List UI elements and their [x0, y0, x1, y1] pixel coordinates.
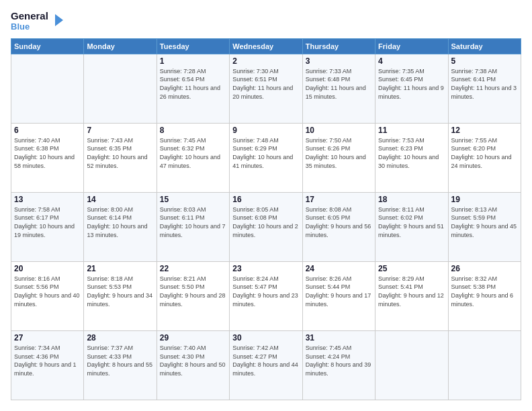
weekday-header-saturday: Saturday	[448, 38, 521, 54]
day-detail: Sunrise: 7:33 AM Sunset: 6:48 PM Dayligh…	[306, 67, 372, 101]
day-detail: Sunrise: 8:05 AM Sunset: 6:08 PM Dayligh…	[232, 205, 299, 239]
day-number: 30	[232, 333, 299, 342]
weekday-header-monday: Monday	[84, 38, 157, 54]
day-detail: Sunrise: 8:32 AM Sunset: 5:38 PM Dayligh…	[451, 275, 518, 308]
day-detail: Sunrise: 8:21 AM Sunset: 5:50 PM Dayligh…	[160, 275, 226, 308]
day-number: 28	[87, 333, 153, 342]
day-number: 9	[232, 126, 299, 135]
day-detail: Sunrise: 7:30 AM Sunset: 6:51 PM Dayligh…	[232, 67, 299, 101]
logo: General Blue	[11, 11, 64, 32]
day-detail: Sunrise: 7:35 AM Sunset: 6:45 PM Dayligh…	[378, 67, 445, 101]
logo-general: General	[11, 11, 48, 22]
day-detail: Sunrise: 8:08 AM Sunset: 6:05 PM Dayligh…	[306, 205, 372, 239]
week-row-3: 13Sunrise: 7:58 AM Sunset: 6:17 PM Dayli…	[11, 192, 521, 261]
day-detail: Sunrise: 7:45 AM Sunset: 4:24 PM Dayligh…	[306, 344, 372, 377]
day-cell: 12Sunrise: 7:55 AM Sunset: 6:20 PM Dayli…	[448, 123, 521, 192]
day-cell: 15Sunrise: 8:03 AM Sunset: 6:11 PM Dayli…	[157, 192, 229, 261]
day-detail: Sunrise: 8:16 AM Sunset: 5:56 PM Dayligh…	[14, 275, 81, 308]
day-number: 31	[306, 333, 372, 342]
day-number: 20	[14, 264, 81, 273]
day-number: 29	[160, 333, 226, 342]
day-cell: 10Sunrise: 7:50 AM Sunset: 6:26 PM Dayli…	[302, 123, 375, 192]
day-detail: Sunrise: 7:43 AM Sunset: 6:35 PM Dayligh…	[87, 136, 153, 170]
day-cell: 7Sunrise: 7:43 AM Sunset: 6:35 PM Daylig…	[84, 123, 157, 192]
week-row-1: 1Sunrise: 7:28 AM Sunset: 6:54 PM Daylig…	[11, 54, 521, 123]
day-number: 27	[14, 333, 81, 342]
day-number: 22	[160, 264, 226, 273]
weekday-header-thursday: Thursday	[302, 38, 375, 54]
day-cell: 5Sunrise: 7:38 AM Sunset: 6:41 PM Daylig…	[448, 54, 521, 123]
day-cell	[11, 54, 84, 123]
day-detail: Sunrise: 8:03 AM Sunset: 6:11 PM Dayligh…	[160, 205, 226, 239]
day-detail: Sunrise: 7:55 AM Sunset: 6:20 PM Dayligh…	[451, 136, 518, 170]
day-detail: Sunrise: 7:45 AM Sunset: 6:32 PM Dayligh…	[160, 136, 226, 170]
day-cell: 3Sunrise: 7:33 AM Sunset: 6:48 PM Daylig…	[302, 54, 375, 123]
day-detail: Sunrise: 7:40 AM Sunset: 6:38 PM Dayligh…	[14, 136, 81, 170]
day-number: 13	[14, 195, 81, 204]
day-cell: 14Sunrise: 8:00 AM Sunset: 6:14 PM Dayli…	[84, 192, 157, 261]
day-cell: 30Sunrise: 7:42 AM Sunset: 4:27 PM Dayli…	[230, 330, 302, 400]
day-detail: Sunrise: 8:26 AM Sunset: 5:44 PM Dayligh…	[306, 275, 372, 308]
day-cell: 8Sunrise: 7:45 AM Sunset: 6:32 PM Daylig…	[157, 123, 229, 192]
weekday-header-wednesday: Wednesday	[230, 38, 302, 54]
day-cell: 27Sunrise: 7:34 AM Sunset: 4:36 PM Dayli…	[11, 330, 84, 400]
day-detail: Sunrise: 8:11 AM Sunset: 6:02 PM Dayligh…	[378, 205, 445, 239]
day-detail: Sunrise: 8:29 AM Sunset: 5:41 PM Dayligh…	[378, 275, 445, 308]
day-number: 12	[451, 126, 518, 135]
calendar-table: SundayMondayTuesdayWednesdayThursdayFrid…	[11, 38, 521, 400]
weekday-header-friday: Friday	[375, 38, 448, 54]
weekday-header-sunday: Sunday	[11, 38, 84, 54]
day-cell: 17Sunrise: 8:08 AM Sunset: 6:05 PM Dayli…	[302, 192, 375, 261]
day-number: 7	[87, 126, 153, 135]
day-number: 4	[378, 56, 445, 66]
day-detail: Sunrise: 7:48 AM Sunset: 6:29 PM Dayligh…	[232, 136, 299, 170]
day-number: 5	[451, 56, 518, 66]
day-cell: 4Sunrise: 7:35 AM Sunset: 6:45 PM Daylig…	[375, 54, 448, 123]
day-detail: Sunrise: 7:34 AM Sunset: 4:36 PM Dayligh…	[14, 344, 81, 377]
day-cell: 6Sunrise: 7:40 AM Sunset: 6:38 PM Daylig…	[11, 123, 84, 192]
weekday-header-tuesday: Tuesday	[157, 38, 229, 54]
day-detail: Sunrise: 8:00 AM Sunset: 6:14 PM Dayligh…	[87, 205, 153, 239]
day-detail: Sunrise: 7:40 AM Sunset: 4:30 PM Dayligh…	[160, 344, 226, 377]
day-number: 8	[160, 126, 226, 135]
day-detail: Sunrise: 7:42 AM Sunset: 4:27 PM Dayligh…	[232, 344, 299, 377]
day-cell: 16Sunrise: 8:05 AM Sunset: 6:08 PM Dayli…	[230, 192, 302, 261]
day-detail: Sunrise: 8:24 AM Sunset: 5:47 PM Dayligh…	[232, 275, 299, 308]
week-row-2: 6Sunrise: 7:40 AM Sunset: 6:38 PM Daylig…	[11, 123, 521, 192]
day-number: 3	[306, 56, 372, 66]
page: General Blue SundayMondayTuesdayWednesda…	[0, 0, 532, 411]
day-detail: Sunrise: 7:28 AM Sunset: 6:54 PM Dayligh…	[160, 67, 226, 101]
day-number: 26	[451, 264, 518, 273]
day-cell: 20Sunrise: 8:16 AM Sunset: 5:56 PM Dayli…	[11, 261, 84, 330]
day-detail: Sunrise: 7:37 AM Sunset: 4:33 PM Dayligh…	[87, 344, 153, 377]
day-cell: 23Sunrise: 8:24 AM Sunset: 5:47 PM Dayli…	[230, 261, 302, 330]
day-cell: 28Sunrise: 7:37 AM Sunset: 4:33 PM Dayli…	[84, 330, 157, 400]
weekday-header-row: SundayMondayTuesdayWednesdayThursdayFrid…	[11, 38, 521, 54]
day-number: 23	[232, 264, 299, 273]
day-number: 17	[306, 195, 372, 204]
day-cell	[448, 330, 521, 400]
day-number: 21	[87, 264, 153, 273]
day-cell: 2Sunrise: 7:30 AM Sunset: 6:51 PM Daylig…	[230, 54, 302, 123]
day-detail: Sunrise: 7:58 AM Sunset: 6:17 PM Dayligh…	[14, 205, 81, 239]
day-number: 1	[160, 56, 226, 66]
day-number: 18	[378, 195, 445, 204]
day-number: 16	[232, 195, 299, 204]
day-cell: 25Sunrise: 8:29 AM Sunset: 5:41 PM Dayli…	[375, 261, 448, 330]
day-number: 25	[378, 264, 445, 273]
day-detail: Sunrise: 7:50 AM Sunset: 6:26 PM Dayligh…	[306, 136, 372, 170]
day-cell: 24Sunrise: 8:26 AM Sunset: 5:44 PM Dayli…	[302, 261, 375, 330]
day-cell: 29Sunrise: 7:40 AM Sunset: 4:30 PM Dayli…	[157, 330, 229, 400]
day-cell: 1Sunrise: 7:28 AM Sunset: 6:54 PM Daylig…	[157, 54, 229, 123]
day-number: 19	[451, 195, 518, 204]
day-detail: Sunrise: 7:53 AM Sunset: 6:23 PM Dayligh…	[378, 136, 445, 170]
day-detail: Sunrise: 8:18 AM Sunset: 5:53 PM Dayligh…	[87, 275, 153, 308]
day-detail: Sunrise: 7:38 AM Sunset: 6:41 PM Dayligh…	[451, 67, 518, 101]
day-cell: 19Sunrise: 8:13 AM Sunset: 5:59 PM Dayli…	[448, 192, 521, 261]
day-number: 24	[306, 264, 372, 273]
day-number: 14	[87, 195, 153, 204]
header: General Blue	[11, 11, 521, 32]
day-number: 11	[378, 126, 445, 135]
day-cell	[375, 330, 448, 400]
week-row-4: 20Sunrise: 8:16 AM Sunset: 5:56 PM Dayli…	[11, 261, 521, 330]
